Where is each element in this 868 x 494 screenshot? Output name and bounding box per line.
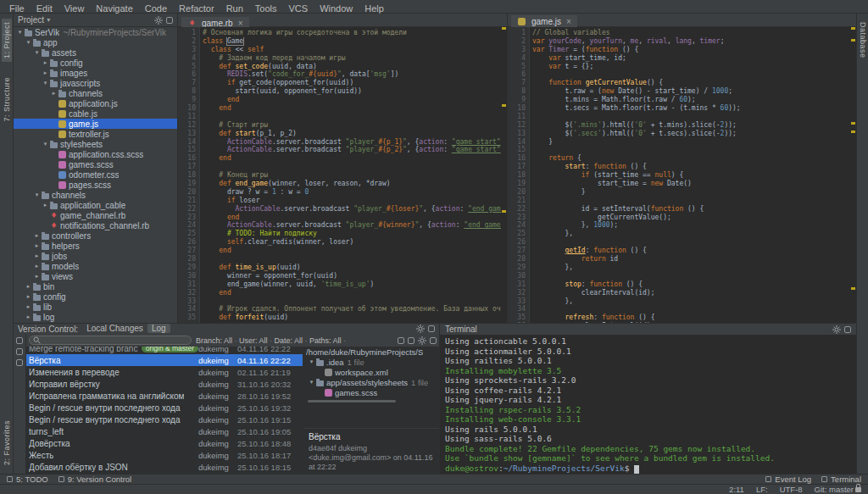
details-file-app-assets-stylesheets[interactable]: ▾app/assets/stylesheets1 file bbox=[303, 377, 439, 387]
tree-item-bin[interactable]: ▸bin bbox=[14, 281, 177, 291]
error-stripe[interactable] bbox=[850, 27, 856, 323]
tree-item-odometer-css[interactable]: odometer.css bbox=[14, 169, 177, 180]
refresh-icon[interactable] bbox=[16, 337, 23, 344]
commit-row[interactable]: Изменения в переводеdukeimg02.11.16 21:1… bbox=[26, 366, 303, 378]
code-text: def set_code(uuid, data) bbox=[203, 63, 501, 71]
gear-icon[interactable] bbox=[832, 325, 841, 334]
filter-date[interactable]: Date: All bbox=[275, 336, 303, 345]
tree-item-jobs[interactable]: ▸jobs bbox=[14, 251, 177, 261]
tree-item-games-scss[interactable]: games.scss bbox=[14, 159, 177, 169]
status-utf-8[interactable]: UTF-8 bbox=[780, 485, 803, 494]
commit-row[interactable]: Begin / rescue внутри последнего ходаduk… bbox=[26, 414, 303, 425]
status-lf[interactable]: LF: bbox=[756, 485, 768, 494]
gear-icon[interactable] bbox=[154, 16, 163, 25]
commit-row[interactable]: Вёрсткаdukeimg04.11.16 22:22 bbox=[26, 354, 303, 366]
tree-item-cable-js[interactable]: cable.js bbox=[14, 108, 177, 119]
filter-paths[interactable]: Paths: All bbox=[309, 336, 342, 345]
filter-branch[interactable]: Branch: All bbox=[196, 336, 232, 345]
details-file-workspace-xml[interactable]: workspace.xml bbox=[303, 367, 439, 377]
toolwindow-button-5-todo[interactable]: 5: TODO bbox=[7, 475, 48, 484]
tree-item-lib[interactable]: ▸lib bbox=[14, 302, 177, 312]
tree-item-application-cable[interactable]: ▸application_cable bbox=[14, 200, 177, 210]
hide-panel-icon[interactable] bbox=[844, 326, 851, 333]
sort-icon[interactable] bbox=[408, 337, 415, 344]
filter-user[interactable]: User: All bbox=[239, 336, 268, 345]
line-number: 11 bbox=[178, 113, 200, 121]
tree-item-game-channel-rb[interactable]: ♦game_channel.rb bbox=[14, 210, 177, 220]
toolwindow-button-1-project[interactable]: 1: Project bbox=[2, 19, 12, 62]
tree-item-game-js[interactable]: game.js bbox=[14, 119, 177, 129]
tree-item-views[interactable]: ▸views bbox=[14, 271, 177, 281]
toolwindow-button-event-log[interactable]: Event Log bbox=[765, 475, 811, 484]
toolwindow-button-2-favorites[interactable]: 2: Favorites bbox=[2, 417, 12, 469]
hide-panel-icon[interactable] bbox=[428, 325, 435, 332]
commit-message: Merge remote-tracking branch 'heroku/ma bbox=[29, 347, 138, 353]
tree-item-stylesheets[interactable]: ▾stylesheets bbox=[14, 139, 177, 149]
gear-icon[interactable] bbox=[416, 325, 425, 333]
commit-row[interactable]: Merge remote-tracking branch 'heroku/mao… bbox=[26, 347, 303, 354]
tree-item-images[interactable]: ▸images bbox=[14, 68, 177, 78]
gear-icon[interactable] bbox=[418, 336, 426, 345]
code-token bbox=[203, 104, 219, 112]
details-root-row[interactable]: /home/duke/RubymineProjects/S bbox=[303, 347, 439, 357]
terminal-line: Installing web-console 3.3.1 bbox=[445, 414, 851, 425]
editor-game-js[interactable]: 1// Global variables2var yourCode, yourT… bbox=[507, 27, 856, 323]
tree-item-servik[interactable]: ▾SerVik~/RubymineProjects/SerVik bbox=[14, 27, 177, 37]
toolwindow-button-9-version-control[interactable]: 9: Version Control bbox=[58, 475, 132, 484]
tree-item-channels[interactable]: ▾channels bbox=[14, 190, 177, 200]
chevron-down-icon[interactable]: ▾ bbox=[47, 16, 50, 24]
vc-tab-log[interactable]: Log bbox=[147, 324, 170, 333]
tree-item-textroller-js[interactable]: textroller.js bbox=[14, 129, 177, 139]
code-token: ).html(( bbox=[602, 121, 635, 129]
editor-game-rb[interactable]: 1# Основная логика игры сосредоточена в … bbox=[178, 27, 507, 323]
collapse-all-icon[interactable] bbox=[166, 17, 173, 24]
tree-item-config[interactable]: ▸config bbox=[14, 58, 177, 68]
tree-item-pages-scss[interactable]: pages.scss bbox=[14, 180, 177, 190]
tree-item-helpers[interactable]: ▸helpers bbox=[14, 241, 177, 251]
tree-item-controllers[interactable]: ▸controllers bbox=[14, 230, 177, 241]
close-icon[interactable]: × bbox=[566, 17, 571, 26]
vc-tab-local-changes[interactable]: Local Changes bbox=[82, 324, 147, 333]
code-area[interactable]: 1# Основная логика игры сосредоточена в … bbox=[178, 29, 501, 323]
tree-item-app[interactable]: ▾app bbox=[14, 37, 177, 47]
terminal-output[interactable]: Using actioncable 5.0.0.1Using actionmai… bbox=[440, 335, 856, 475]
horizontal-scrollbar[interactable] bbox=[308, 400, 396, 402]
toolwindow-button-database[interactable]: Database bbox=[858, 19, 868, 62]
code-token: var bbox=[548, 63, 565, 70]
expand-icon[interactable] bbox=[430, 337, 437, 344]
toolwindow-button-terminal[interactable]: Terminal bbox=[821, 475, 861, 484]
lock-icon[interactable] bbox=[855, 487, 861, 492]
tree-item-config[interactable]: ▸config bbox=[14, 291, 177, 302]
commit-date: 25.10.16 19:05 bbox=[237, 427, 300, 436]
commit-row[interactable]: Добавил обёртку в JSONdukeimg25.10.16 18… bbox=[26, 461, 303, 473]
commit-row[interactable]: Исправил вёрсткуdukeimg31.10.16 20:32 bbox=[26, 378, 303, 390]
code-area[interactable]: 1// Global variables2var yourCode, yourT… bbox=[508, 29, 850, 323]
tree-item-channels[interactable]: ▸channels bbox=[14, 88, 177, 98]
commit-row[interactable]: Жестьdukeimg25.10.16 18:17 bbox=[26, 449, 303, 461]
details-file-games-scss[interactable]: games.scss bbox=[303, 387, 439, 397]
error-stripe[interactable] bbox=[501, 27, 507, 323]
tree-item-notifications-channel-rb[interactable]: ♦notifications_channel.rb bbox=[14, 220, 177, 230]
commit-row[interactable]: Begin / rescue внутри последнего ходаduk… bbox=[26, 402, 303, 414]
tree-item-application-js[interactable]: application.js bbox=[14, 98, 177, 108]
settings-icon[interactable] bbox=[16, 359, 23, 366]
terminal-text: Bundle complete! 22 Gemfile dependencies… bbox=[445, 444, 755, 453]
details-file-idea[interactable]: ▾.idea1 file bbox=[303, 357, 439, 367]
code-line: 16 end bbox=[178, 154, 501, 163]
status-git-master[interactable]: Git: master bbox=[815, 485, 854, 494]
tree-item-javascripts[interactable]: ▾javascripts bbox=[14, 78, 177, 88]
log-search-input[interactable] bbox=[29, 336, 192, 345]
code-token: if bbox=[581, 171, 590, 179]
commit-row[interactable]: Довёрсткаdukeimg25.10.16 18:48 bbox=[26, 437, 303, 449]
filter-icon[interactable] bbox=[398, 337, 404, 344]
commit-row[interactable]: turns_leftdukeimg25.10.16 19:05 bbox=[26, 425, 303, 437]
tree-item-application-css-scss[interactable]: application.css.scss bbox=[14, 149, 177, 159]
tree-item-assets[interactable]: ▾assets bbox=[14, 47, 177, 58]
tree-item-log[interactable]: ▸log bbox=[14, 312, 177, 322]
go-to-hash-icon[interactable] bbox=[16, 348, 23, 355]
status-2-11[interactable]: 2:11 bbox=[729, 485, 744, 494]
commit-row[interactable]: Исправлена грамматика на английскомdukei… bbox=[26, 390, 303, 402]
toolwindow-button-7-structure[interactable]: 7: Structure bbox=[2, 74, 12, 125]
tree-item-models[interactable]: ▸models bbox=[14, 261, 177, 271]
left-stripe-top: 1: Project7: Structure bbox=[2, 19, 12, 125]
